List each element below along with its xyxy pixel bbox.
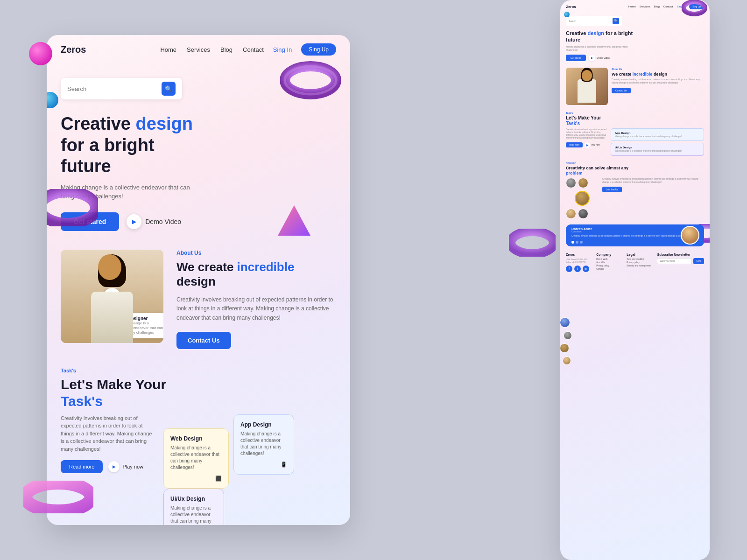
contact-us-button[interactable]: Contact Us bbox=[176, 332, 231, 349]
footer-legal-col: Legal Term and condition Privacy policy … bbox=[627, 253, 653, 272]
testimonial-name: Doreen Adler bbox=[571, 227, 698, 231]
footer-brand-desc: USA, Street 333-334, 879 Calbar +1 (976)… bbox=[566, 258, 592, 264]
tasks-buttons: Read more ▶ Play now bbox=[61, 460, 154, 473]
about-label: About Us bbox=[176, 250, 336, 256]
rc-play-icon: ▶ bbox=[589, 55, 595, 61]
nav-blog[interactable]: Blog bbox=[220, 46, 233, 53]
rc-read-more-button[interactable]: Read more bbox=[566, 142, 583, 147]
search-input[interactable] bbox=[67, 85, 162, 92]
footer-link-privacy[interactable]: Privacy policy bbox=[596, 265, 623, 267]
about-text: About Us We create incredible design Cre… bbox=[176, 250, 336, 349]
footer-link-howit[interactable]: How It Work bbox=[596, 258, 623, 260]
web-design-icon: ⬛ bbox=[170, 476, 222, 482]
nav-home[interactable]: Home bbox=[160, 46, 176, 53]
rc-card-ui: Ui/Ux Design Making change is a collecti… bbox=[611, 143, 704, 156]
footer-brand-name: Zeros bbox=[566, 253, 592, 256]
test-dot-3[interactable] bbox=[580, 241, 583, 244]
avatar-2 bbox=[578, 178, 588, 188]
rc-get-started-button[interactable]: Get stared bbox=[566, 55, 586, 61]
rc-logo: Zeros bbox=[566, 5, 576, 9]
floating-avatars bbox=[560, 317, 572, 365]
footer-link-about[interactable]: About Us bbox=[596, 261, 623, 264]
svg-point-5 bbox=[511, 231, 554, 254]
service-card-app: App Design Making change is a collective… bbox=[233, 414, 294, 475]
footer-link-privacypol[interactable]: Privacy policy bbox=[627, 261, 653, 264]
search-button[interactable]: 🔍 bbox=[162, 82, 176, 96]
float-avatar-1 bbox=[560, 317, 570, 328]
svg-point-2 bbox=[47, 192, 96, 224]
newsletter-send-button[interactable]: Send bbox=[693, 258, 704, 264]
rc-service-cards: App Design Making change is a collective… bbox=[611, 128, 704, 156]
avatar-center bbox=[575, 191, 590, 206]
rc-search-button[interactable]: 🔍 bbox=[613, 18, 619, 24]
woman-figure bbox=[91, 254, 133, 343]
avatar-3 bbox=[566, 209, 576, 219]
search-bar: 🔍 bbox=[61, 78, 182, 99]
rc-nav-blog[interactable]: Blog bbox=[654, 5, 660, 8]
rc-testimonial-section: Doreen Adler Consultant Creativity invol… bbox=[566, 224, 704, 246]
rc-creativity-text: Creativity involves breaking out of expe… bbox=[602, 178, 704, 219]
rc-about-section: About Us We create incredible design Cre… bbox=[560, 64, 710, 109]
avatar-row-2 bbox=[566, 209, 599, 219]
right-card: Zeros Home Services Blog Contact Sing In… bbox=[560, 0, 710, 560]
test-dot-2[interactable] bbox=[576, 241, 578, 244]
rc-tasks-label: Task's bbox=[566, 112, 704, 114]
demo-video-button[interactable]: ▶ Demo Video bbox=[127, 214, 181, 229]
footer-link-contact[interactable]: Contact bbox=[596, 268, 623, 270]
rc-nav-contact[interactable]: Contact bbox=[663, 5, 673, 8]
footer-brand-col: Zeros USA, Street 333-334, 879 Calbar +1… bbox=[566, 253, 592, 272]
woman-body bbox=[91, 292, 133, 343]
newsletter-input[interactable] bbox=[657, 258, 692, 264]
rc-about-desc: Creativity involves breaking out of expe… bbox=[612, 78, 704, 85]
nav-services[interactable]: Services bbox=[187, 46, 210, 53]
about-section: ▶ Web Designer Making change is a collec… bbox=[47, 236, 350, 358]
service-card-ui: Ui/Ux Design Making change is a collecti… bbox=[163, 489, 224, 525]
play-now-icon: ▶ bbox=[108, 461, 120, 472]
sphere-blue-icon bbox=[47, 92, 58, 108]
footer-link-terms[interactable]: Term and condition bbox=[627, 258, 653, 260]
rc-about-title: We create incredible design bbox=[612, 72, 704, 77]
testimonial-description: Creativity involves breaking out of expe… bbox=[571, 235, 698, 238]
triangle-icon bbox=[275, 203, 313, 240]
rc-creativity-label: Attention bbox=[566, 161, 704, 164]
float-avatar-2 bbox=[564, 331, 572, 340]
demo-play-icon: ▶ bbox=[127, 214, 141, 229]
rc-demo-button[interactable]: ▶ Demo Video bbox=[589, 55, 609, 61]
rc-sphere-small-icon bbox=[564, 12, 570, 17]
logo: Zeros bbox=[61, 44, 86, 55]
footer-link-security[interactable]: Security and management bbox=[627, 265, 653, 267]
nav-contact[interactable]: Contact bbox=[243, 46, 264, 53]
rc-search-input[interactable] bbox=[569, 20, 611, 22]
rc-contact-button[interactable]: Contact Us bbox=[612, 88, 631, 93]
play-now-button[interactable]: ▶ Play now bbox=[108, 461, 143, 472]
svg-marker-3 bbox=[278, 205, 310, 236]
service-card-web: Web Design Making change is a collective… bbox=[163, 428, 229, 489]
float-avatar-4 bbox=[563, 357, 571, 365]
svg-point-6 bbox=[684, 2, 705, 14]
rc-footer: Zeros USA, Street 333-334, 879 Calbar +1… bbox=[560, 249, 710, 276]
test-dot-1[interactable] bbox=[571, 241, 574, 244]
rc-tasks-desc: Creativity involves breaking out of expe… bbox=[566, 128, 608, 140]
rc-tasks-title: Let's Make Your Task's bbox=[566, 115, 704, 126]
rc-hero-title: Creative design for a bright future bbox=[566, 30, 641, 43]
about-image: ▶ Web Designer Making change is a collec… bbox=[61, 250, 163, 343]
linkedin-icon[interactable]: in bbox=[583, 266, 589, 272]
rc-torus-tr-icon bbox=[682, 0, 707, 21]
rc-about-label: About Us bbox=[612, 68, 704, 70]
read-more-button[interactable]: Read more bbox=[61, 460, 103, 473]
rc-join-button[interactable]: Join find Us bbox=[602, 187, 622, 192]
rc-nav-services[interactable]: Services bbox=[640, 5, 650, 8]
rc-tasks-buttons: Read more ▶ Play now bbox=[566, 142, 608, 148]
woman-head bbox=[98, 254, 121, 280]
torus-left-icon bbox=[47, 189, 93, 245]
rc-nav-home[interactable]: Home bbox=[628, 5, 636, 8]
float-avatar-3 bbox=[560, 343, 569, 353]
rc-play-now-button[interactable]: ▶ Play now bbox=[585, 142, 599, 148]
deco-sphere-pink bbox=[29, 42, 52, 65]
left-card: Zeros Home Services Blog Contact Sing In… bbox=[47, 35, 350, 525]
facebook-icon[interactable]: f bbox=[566, 266, 572, 272]
hero-title: Creative design for a bright future bbox=[61, 113, 201, 177]
twitter-icon[interactable]: t bbox=[574, 266, 581, 272]
rc-play-now-icon: ▶ bbox=[585, 142, 590, 148]
rc-creativity-desc: Creativity involves breaking out of expe… bbox=[602, 178, 704, 184]
